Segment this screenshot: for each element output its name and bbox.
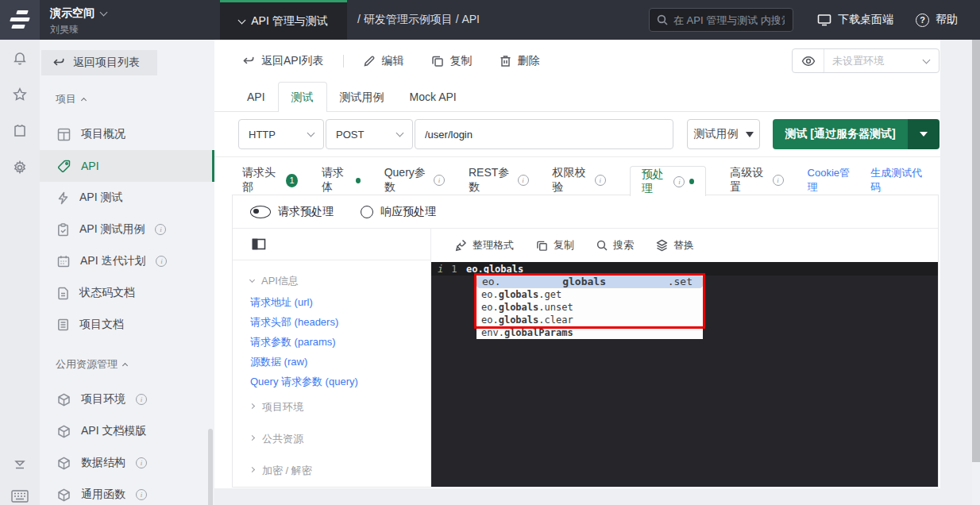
api-tabs: API 测试 测试用例 Mock API [214, 82, 940, 112]
sidebar-item-project-overview[interactable]: 项目概况 [40, 118, 214, 150]
subtab-query-params[interactable]: Query参数 i [384, 166, 445, 195]
autocomplete-item[interactable]: env.globalParams [476, 326, 703, 339]
chevron-up-icon [122, 363, 128, 368]
settings-gear-icon[interactable] [0, 156, 40, 179]
sidebar-item-project-env[interactable]: 项目环境 i [40, 384, 214, 415]
subtab-advanced[interactable]: 高级设置 i [730, 166, 783, 195]
reference-panel: API信息 请求地址 (url) 请求头部 (headers) 请求参数 (pa… [233, 229, 431, 487]
sidebar-item-data-structure[interactable]: 数据结构 i [40, 447, 214, 479]
sidebar-item-project-doc[interactable]: 项目文档 [40, 309, 214, 341]
search-input[interactable] [673, 14, 785, 26]
subtab-auth[interactable]: 权限校验 i [553, 166, 606, 195]
radio-request-preprocess[interactable]: 请求预处理 [250, 205, 334, 219]
download-desktop-button[interactable]: 下载桌面端 [817, 0, 893, 40]
caret-down-icon [746, 132, 754, 137]
panel-toggle-icon[interactable] [252, 238, 266, 250]
url-input[interactable] [415, 119, 673, 149]
ref-section-encrypt-decrypt[interactable]: 加密 / 解密 [250, 455, 430, 487]
sidebar-section-project[interactable]: 项目 [56, 91, 214, 107]
radio-response-preprocess[interactable]: 响应预处理 [361, 205, 436, 219]
caret-down-icon [920, 132, 928, 137]
format-code-button[interactable]: 整理格式 [455, 238, 514, 252]
code-text: eo.globals [466, 264, 523, 275]
code-area[interactable]: i 1 eo.globals eo.globals.set eo.globals… [431, 262, 938, 487]
favorites-star-icon[interactable] [0, 83, 40, 106]
nav-api-management[interactable]: API 管理与测试 [220, 0, 347, 40]
ref-link-query[interactable]: Query 请求参数 (query) [250, 372, 430, 391]
workspace-switcher[interactable]: 演示空间 刘昊臻 [40, 0, 220, 40]
subtab-rest-params[interactable]: REST参数 i [469, 166, 529, 195]
sidebar-item-api-test-case[interactable]: API 测试用例 i [40, 214, 214, 245]
back-to-api-list-button[interactable]: 返回API列表 [242, 54, 324, 68]
collapse-sidebar-icon[interactable] [0, 453, 40, 476]
sidebar-item-api[interactable]: API [40, 150, 214, 182]
products-shirt-icon[interactable] [0, 119, 40, 143]
chevron-down-icon [923, 56, 931, 64]
tab-mock-api[interactable]: Mock API [397, 83, 469, 111]
subtab-headers[interactable]: 请求头部 1 [242, 166, 298, 195]
subtab-preprocess[interactable]: 预处理 i [630, 166, 706, 196]
help-button[interactable]: ? 帮助 [916, 0, 958, 40]
test-button[interactable]: 测试 [通过服务器测试] [773, 119, 939, 149]
ref-link-url[interactable]: 请求地址 (url) [250, 292, 430, 312]
info-icon: i [673, 176, 685, 187]
tab-api[interactable]: API [234, 83, 278, 111]
cookie-manage-link[interactable]: Cookie管理 [808, 166, 854, 195]
request-bar: HTTP POST 测试用例 测试 [通过服务器测试] [214, 112, 940, 157]
sidebar-section-public-resource[interactable]: 公用资源管理 [56, 357, 214, 372]
chevron-down-icon [100, 9, 108, 17]
info-icon: i [434, 175, 445, 186]
back-to-project-list-button[interactable]: 返回项目列表 [41, 50, 157, 75]
sidebar-item-status-code-doc[interactable]: 状态码文档 [40, 277, 214, 309]
ref-link-params[interactable]: 请求参数 (params) [250, 332, 430, 352]
search-icon [657, 14, 668, 25]
breadcrumb[interactable]: / 研发管理示例项目 / API [357, 0, 480, 40]
count-badge: 1 [286, 174, 298, 187]
sidebar-item-api-doc-template[interactable]: API 文档模版 [40, 415, 214, 447]
subtab-body[interactable]: 请求体 [322, 166, 361, 195]
ref-section-project-env[interactable]: 项目环境 [250, 391, 430, 423]
preprocess-panel: 请求预处理 响应预处理 API信息 [232, 195, 939, 488]
protocol-select[interactable]: HTTP [238, 119, 324, 149]
sidebar-item-api-test[interactable]: API 测试 [40, 182, 214, 214]
autocomplete-item[interactable]: eo.globals.get [476, 288, 703, 301]
tab-test[interactable]: 测试 [278, 82, 327, 112]
app-logo-icon[interactable] [0, 0, 40, 40]
main-content: 返回API列表 编辑 复制 删除 未设置环境 [214, 40, 940, 488]
global-search[interactable] [649, 8, 793, 32]
generate-test-code-link[interactable]: 生成测试代码 [870, 166, 924, 195]
copy-code-button[interactable]: 复制 [536, 238, 574, 252]
test-button-label[interactable]: 测试 [通过服务器测试] [773, 119, 908, 149]
search-code-button[interactable]: 搜索 [596, 238, 634, 252]
test-case-dropdown-button[interactable]: 测试用例 [687, 119, 760, 149]
notifications-bell-icon[interactable] [0, 46, 40, 70]
delete-button[interactable]: 删除 [500, 54, 540, 68]
method-select[interactable]: POST [326, 119, 413, 149]
sidebar-item-api-iteration-plan[interactable]: API 迭代计划 i [40, 245, 214, 277]
dashboard-grid-icon [57, 128, 71, 141]
replace-code-button[interactable]: 替换 [656, 238, 694, 252]
page-scrollbar-thumb[interactable] [972, 40, 980, 462]
copy-button[interactable]: 复制 [431, 54, 473, 68]
icon-rail [0, 40, 40, 505]
autocomplete-item[interactable]: eo.globals.set [476, 276, 703, 288]
info-icon: i [595, 175, 606, 186]
sidebar-scrollbar[interactable] [208, 429, 213, 505]
autocomplete-item[interactable]: eo.globals.unset [476, 301, 703, 314]
edit-button[interactable]: 编辑 [363, 54, 404, 68]
api-info-section[interactable]: API信息 [250, 270, 430, 292]
ref-link-raw[interactable]: 源数据 (raw) [250, 352, 430, 372]
keyboard-icon[interactable] [0, 484, 40, 505]
format-wand-icon [455, 239, 467, 252]
ref-link-headers[interactable]: 请求头部 (headers) [250, 312, 430, 332]
ref-section-public-resource[interactable]: 公共资源 [250, 423, 430, 455]
cube-icon [57, 393, 71, 407]
chevron-down-icon [249, 277, 255, 283]
autocomplete-item[interactable]: eo.globals.clear [476, 314, 703, 326]
info-icon: i [518, 175, 529, 186]
tab-test-case[interactable]: 测试用例 [327, 83, 397, 111]
environment-select[interactable]: 未设置环境 [792, 48, 939, 73]
sidebar-item-common-function[interactable]: 通用函数 i [40, 479, 214, 505]
gutter-marker: i [438, 264, 443, 275]
test-button-dropdown[interactable] [908, 119, 939, 149]
